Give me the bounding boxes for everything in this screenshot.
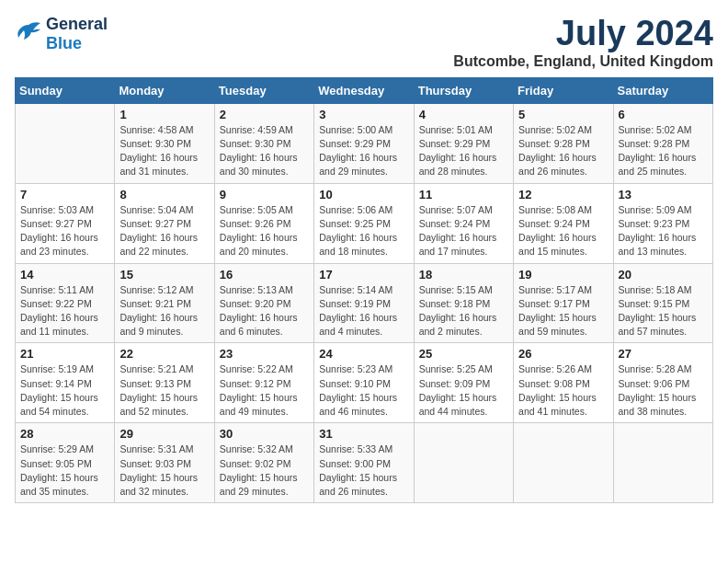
day-number: 27 <box>619 347 708 361</box>
day-info: Sunrise: 5:32 AM Sunset: 9:02 PM Dayligh… <box>220 442 309 499</box>
day-info: Sunrise: 5:29 AM Sunset: 9:05 PM Dayligh… <box>20 442 109 499</box>
day-number: 26 <box>518 347 608 361</box>
week-row-3: 14Sunrise: 5:11 AM Sunset: 9:22 PM Dayli… <box>16 263 713 343</box>
day-cell: 5Sunrise: 5:02 AM Sunset: 9:28 PM Daylig… <box>514 103 613 183</box>
day-number: 14 <box>20 268 109 282</box>
day-cell <box>514 423 613 503</box>
location: Butcombe, England, United Kingdom <box>453 53 713 70</box>
day-number: 30 <box>220 427 309 441</box>
day-number: 13 <box>619 188 708 201</box>
week-row-1: 1Sunrise: 4:58 AM Sunset: 9:30 PM Daylig… <box>16 103 713 183</box>
month-title: July 2024 <box>453 15 713 53</box>
day-info: Sunrise: 5:06 AM Sunset: 9:25 PM Dayligh… <box>319 203 408 259</box>
logo: General Blue <box>15 15 108 53</box>
day-number: 29 <box>119 427 209 441</box>
day-cell: 29Sunrise: 5:31 AM Sunset: 9:03 PM Dayli… <box>115 423 214 503</box>
day-info: Sunrise: 4:59 AM Sunset: 9:30 PM Dayligh… <box>220 123 309 179</box>
day-info: Sunrise: 5:01 AM Sunset: 9:29 PM Dayligh… <box>419 123 508 179</box>
day-number: 24 <box>319 347 408 361</box>
logo-text: General Blue <box>46 15 108 53</box>
day-number: 28 <box>20 427 109 441</box>
week-row-5: 28Sunrise: 5:29 AM Sunset: 9:05 PM Dayli… <box>16 423 713 503</box>
day-cell: 30Sunrise: 5:32 AM Sunset: 9:02 PM Dayli… <box>214 423 313 503</box>
day-info: Sunrise: 5:23 AM Sunset: 9:10 PM Dayligh… <box>319 362 408 419</box>
day-cell: 10Sunrise: 5:06 AM Sunset: 9:25 PM Dayli… <box>314 183 414 263</box>
day-info: Sunrise: 5:33 AM Sunset: 9:00 PM Dayligh… <box>319 442 408 499</box>
day-number: 20 <box>619 268 708 282</box>
column-header-sunday: Sunday <box>16 77 115 103</box>
day-cell: 16Sunrise: 5:13 AM Sunset: 9:20 PM Dayli… <box>214 263 313 343</box>
day-info: Sunrise: 5:05 AM Sunset: 9:26 PM Dayligh… <box>220 203 309 259</box>
day-number: 25 <box>419 347 508 361</box>
day-cell: 3Sunrise: 5:00 AM Sunset: 9:29 PM Daylig… <box>314 103 414 183</box>
day-info: Sunrise: 5:17 AM Sunset: 9:17 PM Dayligh… <box>518 283 608 339</box>
title-block: July 2024 Butcombe, England, United King… <box>453 15 713 70</box>
day-number: 22 <box>119 347 209 361</box>
column-header-thursday: Thursday <box>414 77 513 103</box>
day-info: Sunrise: 5:18 AM Sunset: 9:15 PM Dayligh… <box>619 283 708 339</box>
day-number: 11 <box>419 188 508 201</box>
day-info: Sunrise: 5:31 AM Sunset: 9:03 PM Dayligh… <box>119 442 209 499</box>
day-number: 4 <box>419 108 508 121</box>
day-cell: 31Sunrise: 5:33 AM Sunset: 9:00 PM Dayli… <box>314 423 414 503</box>
day-cell: 21Sunrise: 5:19 AM Sunset: 9:14 PM Dayli… <box>16 343 115 423</box>
day-cell: 22Sunrise: 5:21 AM Sunset: 9:13 PM Dayli… <box>115 343 214 423</box>
day-cell: 24Sunrise: 5:23 AM Sunset: 9:10 PM Dayli… <box>314 343 414 423</box>
day-number: 23 <box>220 347 309 361</box>
day-info: Sunrise: 5:22 AM Sunset: 9:12 PM Dayligh… <box>220 362 309 419</box>
day-number: 9 <box>220 188 309 201</box>
day-info: Sunrise: 5:07 AM Sunset: 9:24 PM Dayligh… <box>419 203 508 259</box>
day-cell: 7Sunrise: 5:03 AM Sunset: 9:27 PM Daylig… <box>16 183 115 263</box>
day-cell: 4Sunrise: 5:01 AM Sunset: 9:29 PM Daylig… <box>414 103 513 183</box>
day-info: Sunrise: 5:28 AM Sunset: 9:06 PM Dayligh… <box>619 362 708 419</box>
column-header-wednesday: Wednesday <box>314 77 414 103</box>
day-cell: 25Sunrise: 5:25 AM Sunset: 9:09 PM Dayli… <box>414 343 513 423</box>
day-cell: 17Sunrise: 5:14 AM Sunset: 9:19 PM Dayli… <box>314 263 414 343</box>
day-info: Sunrise: 5:04 AM Sunset: 9:27 PM Dayligh… <box>119 203 209 259</box>
day-cell <box>613 423 712 503</box>
column-header-friday: Friday <box>514 77 613 103</box>
day-cell: 13Sunrise: 5:09 AM Sunset: 9:23 PM Dayli… <box>613 183 712 263</box>
day-info: Sunrise: 5:25 AM Sunset: 9:09 PM Dayligh… <box>419 362 508 419</box>
day-info: Sunrise: 5:08 AM Sunset: 9:24 PM Dayligh… <box>518 203 608 259</box>
day-number: 19 <box>518 268 608 282</box>
day-info: Sunrise: 5:19 AM Sunset: 9:14 PM Dayligh… <box>20 362 109 419</box>
day-cell: 14Sunrise: 5:11 AM Sunset: 9:22 PM Dayli… <box>16 263 115 343</box>
day-cell: 18Sunrise: 5:15 AM Sunset: 9:18 PM Dayli… <box>414 263 513 343</box>
day-cell: 2Sunrise: 4:59 AM Sunset: 9:30 PM Daylig… <box>214 103 313 183</box>
day-number: 5 <box>518 108 608 121</box>
day-info: Sunrise: 5:13 AM Sunset: 9:20 PM Dayligh… <box>220 283 309 339</box>
day-cell: 28Sunrise: 5:29 AM Sunset: 9:05 PM Dayli… <box>16 423 115 503</box>
day-info: Sunrise: 5:14 AM Sunset: 9:19 PM Dayligh… <box>319 283 408 339</box>
week-row-2: 7Sunrise: 5:03 AM Sunset: 9:27 PM Daylig… <box>16 183 713 263</box>
day-cell: 27Sunrise: 5:28 AM Sunset: 9:06 PM Dayli… <box>613 343 712 423</box>
day-info: Sunrise: 5:11 AM Sunset: 9:22 PM Dayligh… <box>20 283 109 339</box>
day-cell: 6Sunrise: 5:02 AM Sunset: 9:28 PM Daylig… <box>613 103 712 183</box>
column-header-monday: Monday <box>115 77 214 103</box>
day-info: Sunrise: 5:09 AM Sunset: 9:23 PM Dayligh… <box>619 203 708 259</box>
week-row-4: 21Sunrise: 5:19 AM Sunset: 9:14 PM Dayli… <box>16 343 713 423</box>
day-number: 21 <box>20 347 109 361</box>
day-number: 17 <box>319 268 408 282</box>
day-number: 8 <box>119 188 209 201</box>
day-cell: 1Sunrise: 4:58 AM Sunset: 9:30 PM Daylig… <box>115 103 214 183</box>
day-info: Sunrise: 4:58 AM Sunset: 9:30 PM Dayligh… <box>119 123 209 179</box>
day-cell: 15Sunrise: 5:12 AM Sunset: 9:21 PM Dayli… <box>115 263 214 343</box>
day-number: 10 <box>319 188 408 201</box>
day-number: 31 <box>319 427 408 441</box>
column-header-saturday: Saturday <box>613 77 712 103</box>
day-info: Sunrise: 5:03 AM Sunset: 9:27 PM Dayligh… <box>20 203 109 259</box>
day-number: 2 <box>220 108 309 121</box>
header-row: SundayMondayTuesdayWednesdayThursdayFrid… <box>16 77 713 103</box>
day-info: Sunrise: 5:02 AM Sunset: 9:28 PM Dayligh… <box>619 123 708 179</box>
day-number: 6 <box>619 108 708 121</box>
day-cell: 23Sunrise: 5:22 AM Sunset: 9:12 PM Dayli… <box>214 343 313 423</box>
day-cell: 20Sunrise: 5:18 AM Sunset: 9:15 PM Dayli… <box>613 263 712 343</box>
day-number: 15 <box>119 268 209 282</box>
day-cell: 11Sunrise: 5:07 AM Sunset: 9:24 PM Dayli… <box>414 183 513 263</box>
day-cell: 19Sunrise: 5:17 AM Sunset: 9:17 PM Dayli… <box>514 263 613 343</box>
day-info: Sunrise: 5:02 AM Sunset: 9:28 PM Dayligh… <box>518 123 608 179</box>
day-cell: 26Sunrise: 5:26 AM Sunset: 9:08 PM Dayli… <box>514 343 613 423</box>
day-info: Sunrise: 5:12 AM Sunset: 9:21 PM Dayligh… <box>119 283 209 339</box>
day-info: Sunrise: 5:26 AM Sunset: 9:08 PM Dayligh… <box>518 362 608 419</box>
